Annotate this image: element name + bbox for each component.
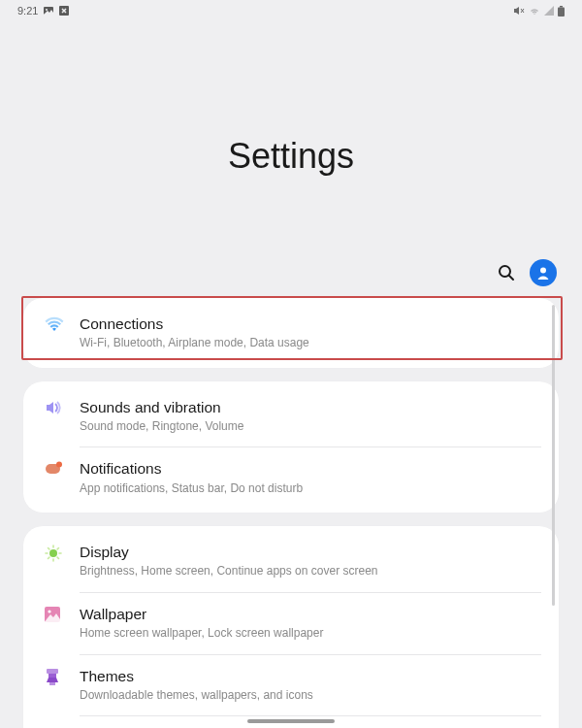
settings-row-notifications[interactable]: Notifications App notifications, Status … — [23, 447, 559, 509]
mute-icon — [513, 6, 525, 16]
settings-group: Display Brightness, Home screen, Continu… — [23, 526, 559, 728]
status-bar: 9:21 — [0, 0, 582, 21]
svg-rect-22 — [48, 674, 56, 678]
row-subtitle: Home screen wallpaper, Lock screen wallp… — [80, 626, 541, 642]
svg-line-17 — [48, 557, 49, 558]
settings-row-connections[interactable]: Connections Wi-Fi, Bluetooth, Airplane m… — [23, 302, 559, 364]
wifi-icon — [39, 314, 80, 332]
settings-group: Connections Wi-Fi, Bluetooth, Airplane m… — [23, 298, 559, 368]
settings-row-themes[interactable]: Themes Downloadable themes, wallpapers, … — [23, 654, 559, 716]
header-toolbar — [0, 259, 582, 286]
row-title: Notifications — [80, 459, 541, 479]
svg-rect-21 — [47, 669, 58, 674]
row-subtitle: Wi-Fi, Bluetooth, Airplane mode, Data us… — [80, 336, 541, 351]
app-icon — [59, 6, 69, 16]
svg-rect-23 — [49, 682, 55, 685]
row-title: Wallpaper — [80, 605, 541, 624]
settings-group: Sounds and vibration Sound mode, Rington… — [23, 381, 559, 513]
row-subtitle: Downloadable themes, wallpapers, and ico… — [80, 688, 541, 704]
row-title: Sounds and vibration — [80, 398, 541, 417]
scrollbar[interactable] — [552, 305, 555, 606]
status-time: 9:21 — [17, 5, 38, 17]
settings-row-display[interactable]: Display Brightness, Home screen, Continu… — [23, 530, 559, 592]
settings-list: Connections Wi-Fi, Bluetooth, Airplane m… — [0, 298, 582, 728]
themes-icon — [39, 667, 80, 686]
svg-line-18 — [57, 548, 58, 549]
row-title: Display — [80, 543, 541, 562]
display-icon — [39, 543, 80, 562]
page-title: Settings — [0, 136, 582, 177]
row-subtitle: Brightness, Home screen, Continue apps o… — [80, 564, 541, 579]
row-title: Themes — [80, 667, 541, 686]
notification-icon — [39, 459, 80, 475]
svg-point-10 — [49, 549, 57, 557]
battery-icon — [558, 6, 565, 17]
search-icon — [498, 264, 515, 281]
svg-rect-3 — [560, 6, 563, 8]
account-button[interactable] — [530, 259, 557, 286]
settings-row-wallpaper[interactable]: Wallpaper Home screen wallpaper, Lock sc… — [23, 592, 559, 654]
row-title: Connections — [80, 314, 541, 334]
row-subtitle: App notifications, Status bar, Do not di… — [80, 481, 541, 497]
status-right — [513, 6, 565, 17]
settings-row-sounds[interactable]: Sounds and vibration Sound mode, Rington… — [23, 385, 559, 447]
svg-line-15 — [48, 548, 49, 549]
svg-rect-4 — [558, 7, 565, 17]
svg-point-20 — [48, 610, 50, 612]
wifi-icon — [529, 6, 540, 16]
gesture-bar[interactable] — [247, 719, 335, 723]
wallpaper-icon — [39, 605, 80, 622]
sound-icon — [39, 398, 80, 415]
avatar-icon — [535, 265, 551, 281]
svg-point-9 — [56, 462, 62, 468]
signal-icon — [544, 6, 554, 16]
svg-line-6 — [509, 276, 513, 280]
svg-point-1 — [46, 9, 48, 11]
status-left: 9:21 — [17, 5, 69, 17]
search-button[interactable] — [497, 263, 516, 282]
svg-point-7 — [540, 268, 546, 274]
svg-line-16 — [57, 557, 58, 558]
gallery-icon — [44, 6, 53, 16]
row-subtitle: Sound mode, Ringtone, Volume — [80, 419, 541, 435]
